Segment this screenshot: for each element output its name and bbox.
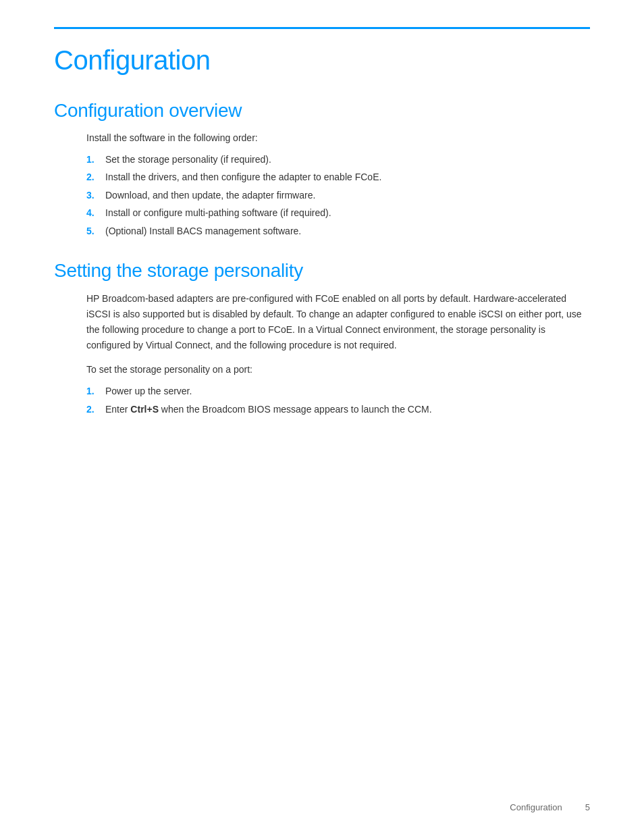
page-footer: Configuration 5 bbox=[510, 802, 590, 812]
list-item: Download, and then update, the adapter f… bbox=[86, 188, 590, 203]
page-container: Configuration Configuration overview Ins… bbox=[0, 0, 644, 479]
step-item: Enter Ctrl+S when the Broadcom BIOS mess… bbox=[86, 402, 590, 417]
top-rule bbox=[54, 27, 590, 29]
footer-separator bbox=[570, 802, 577, 812]
list-item: Install or configure multi-pathing softw… bbox=[86, 205, 590, 220]
step-text: Power up the server. bbox=[105, 386, 192, 396]
step-before-bold: Enter bbox=[105, 404, 130, 415]
section-title-personality: Setting the storage personality bbox=[54, 260, 590, 282]
section-overview-intro: Install the software in the following or… bbox=[86, 131, 590, 145]
page-title: Configuration bbox=[54, 45, 590, 76]
footer-page-number: 5 bbox=[585, 802, 590, 812]
step-after-bold: when the Broadcom BIOS message appears t… bbox=[159, 404, 432, 415]
list-item: Install the drivers, and then configure … bbox=[86, 170, 590, 184]
footer-section-label: Configuration bbox=[510, 802, 562, 812]
step-item: Power up the server. bbox=[86, 384, 590, 398]
section-configuration-overview: Configuration overview Install the softw… bbox=[54, 100, 590, 238]
section-personality-sub-intro: To set the storage personality on a port… bbox=[86, 363, 590, 377]
step-bold-text: Ctrl+S bbox=[130, 404, 159, 415]
list-item: (Optional) Install BACS management softw… bbox=[86, 224, 590, 238]
overview-list: Set the storage personality (if required… bbox=[86, 152, 590, 238]
section-storage-personality: Setting the storage personality HP Broad… bbox=[54, 260, 590, 417]
personality-steps-list: Power up the server. Enter Ctrl+S when t… bbox=[86, 384, 590, 417]
list-item: Set the storage personality (if required… bbox=[86, 152, 590, 167]
section-title-overview: Configuration overview bbox=[54, 100, 590, 122]
section-personality-desc: HP Broadcom-based adapters are pre-confi… bbox=[86, 291, 590, 353]
